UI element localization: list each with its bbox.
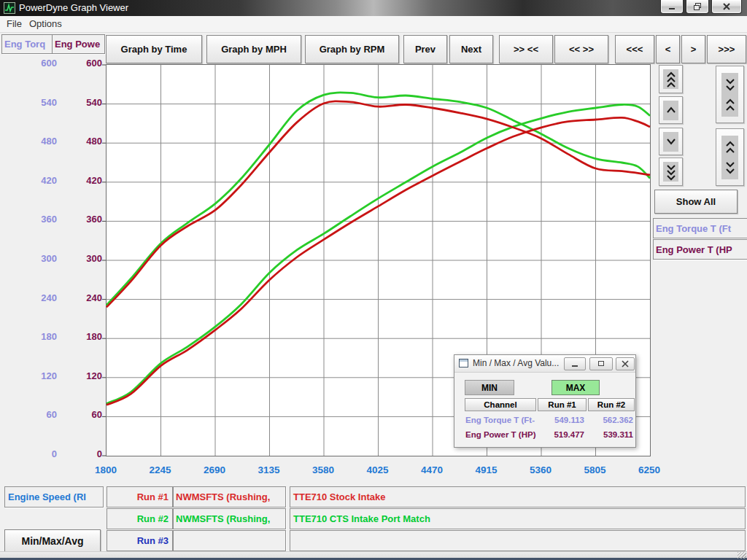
y-axis-ticks	[102, 65, 106, 456]
x-tick-label: 5805	[570, 464, 621, 475]
expand-vertical-button[interactable]	[716, 128, 744, 186]
y-tick-label: 480	[57, 136, 102, 147]
y-tick-label: 600	[12, 58, 57, 69]
scroll-right-fast-button[interactable]: >>>	[707, 35, 746, 63]
run2-desc-field[interactable]: TTE710 CTS Intake Port Match	[290, 508, 746, 529]
app-icon	[4, 2, 15, 14]
graph-by-mph-button[interactable]: Graph by MPH	[206, 35, 301, 63]
y-tick-label: 120	[12, 370, 57, 381]
x-tick-label: 4025	[352, 464, 403, 475]
chevron-down-icon	[664, 132, 678, 151]
y-tick-label: 240	[57, 292, 102, 303]
x-tick-label: 3135	[244, 464, 295, 475]
y-tick-label: 180	[57, 331, 102, 342]
channel-tab-torque-label: Eng Torq	[4, 39, 45, 50]
min-button[interactable]: MIN	[465, 380, 514, 395]
scroll-left-button[interactable]: <	[656, 35, 680, 63]
x-tick-label: 1800	[80, 464, 131, 475]
restore-icon	[692, 2, 703, 11]
chevron-up-icon	[664, 101, 678, 120]
y-tick-label: 60	[12, 409, 57, 420]
menu-options[interactable]: Options	[29, 18, 62, 29]
minmax-minimize-button[interactable]	[564, 357, 586, 370]
channel-tab-power-label: Eng Powe	[55, 39, 100, 50]
x-tick-label: 4470	[406, 464, 457, 475]
title-bar: PowerDyne Graph Viewer	[0, 0, 747, 16]
y-tick-label: 420	[57, 175, 102, 186]
minmax-window-title: Min / Max / Avg Valu...	[473, 358, 559, 368]
run3-name-field[interactable]	[173, 530, 286, 551]
y-tick-label: 180	[12, 331, 57, 342]
run2-name-field[interactable]: NWMSFTS (Rushing,	[173, 508, 286, 529]
run1-column-header[interactable]: Run #1	[538, 398, 587, 411]
scroll-left-fast-button[interactable]: <<<	[615, 35, 654, 63]
chevrons-converge-icon	[723, 76, 738, 114]
chevrons-diverge-icon	[723, 139, 738, 176]
run2-column-header[interactable]: Run #2	[588, 398, 635, 411]
power-row-run2-value: 539.311	[584, 430, 633, 439]
graph-by-rpm-button[interactable]: Graph by RPM	[305, 35, 399, 63]
power-row-channel: Eng Power T (HP)	[465, 430, 538, 439]
minmax-window: Min / Max / Avg Valu... MIN MAX Channel …	[454, 354, 636, 448]
prev-button[interactable]: Prev	[403, 35, 447, 63]
power-row-run1-value: 519.477	[535, 430, 584, 439]
triple-chevron-down-icon	[664, 163, 678, 182]
scroll-up-page-button[interactable]	[659, 65, 683, 93]
run1-name-field[interactable]: NWMSFTS (Rushing,	[173, 486, 286, 508]
close-icon	[622, 361, 628, 367]
channel-tab-torque[interactable]: Eng Torq	[1, 34, 53, 54]
y-tick-label: 0	[12, 448, 57, 459]
minimize-button[interactable]	[660, 0, 684, 14]
minmax-restore-button[interactable]	[589, 357, 613, 370]
y-tick-label: 120	[57, 370, 102, 381]
app-window: PowerDyne Graph Viewer File Options Eng …	[0, 0, 747, 560]
power-channel-label[interactable]: Eng Power T (HP	[653, 239, 747, 260]
minmax-titlebar[interactable]: Min / Max / Avg Valu...	[454, 355, 635, 373]
minmax-window-icon	[459, 359, 469, 368]
y-tick-label: 240	[12, 292, 57, 303]
y-tick-label: 0	[57, 448, 102, 459]
show-all-button[interactable]: Show All	[654, 190, 738, 214]
graph-by-time-button[interactable]: Graph by Time	[106, 35, 202, 63]
max-button[interactable]: MAX	[551, 380, 600, 395]
triple-chevron-up-icon	[664, 70, 678, 89]
resize-grip[interactable]	[738, 552, 746, 559]
minmaxavg-button[interactable]: Min/Max/Avg	[4, 529, 101, 553]
scroll-up-button[interactable]	[659, 96, 683, 124]
close-icon	[724, 4, 729, 9]
y-tick-label: 420	[12, 175, 57, 186]
menu-file[interactable]: File	[7, 18, 22, 29]
y-tick-label: 300	[57, 253, 102, 264]
x-tick-label: 2690	[189, 464, 240, 475]
scroll-down-button[interactable]	[659, 128, 683, 155]
zoom-out-x-button[interactable]: << >>	[554, 35, 608, 63]
y-tick-label: 60	[57, 409, 102, 420]
channel-tab-power[interactable]: Eng Powe	[52, 34, 105, 54]
maximize-button[interactable]	[686, 0, 709, 14]
run3-desc-field[interactable]	[290, 530, 746, 551]
torque-channel-label[interactable]: Eng Torque T (Ft	[653, 218, 747, 238]
zoom-in-x-button[interactable]: >> <<	[499, 35, 553, 63]
collapse-vertical-button[interactable]	[716, 66, 744, 123]
y-tick-label: 360	[57, 214, 102, 225]
torque-row-run2-value: 562.362	[584, 416, 633, 424]
x-tick-label: 4915	[461, 464, 512, 475]
x-axis-channel-button[interactable]: Engine Speed (RI	[4, 486, 104, 508]
y-tick-label: 300	[12, 253, 57, 264]
next-button[interactable]: Next	[449, 35, 493, 63]
x-tick-label: 6250	[624, 464, 675, 475]
torque-row-channel: Eng Torque T (Ft-	[465, 416, 538, 424]
close-button[interactable]	[711, 0, 742, 14]
window-title: PowerDyne Graph Viewer	[19, 2, 128, 13]
scroll-down-page-button[interactable]	[659, 158, 683, 186]
run1-label-box: Run #1	[107, 486, 173, 508]
y-tick-label: 540	[12, 97, 57, 108]
y-tick-label: 480	[12, 136, 57, 147]
scroll-right-button[interactable]: >	[681, 35, 705, 63]
window-bottom-frame	[0, 551, 747, 560]
restore-icon	[599, 362, 604, 366]
run1-desc-field[interactable]: TTE710 Stock Intake	[290, 486, 746, 508]
minmax-close-button[interactable]	[616, 357, 635, 370]
channel-column-header[interactable]: Channel	[465, 398, 536, 411]
torque-row-run1-value: 549.113	[535, 416, 584, 424]
